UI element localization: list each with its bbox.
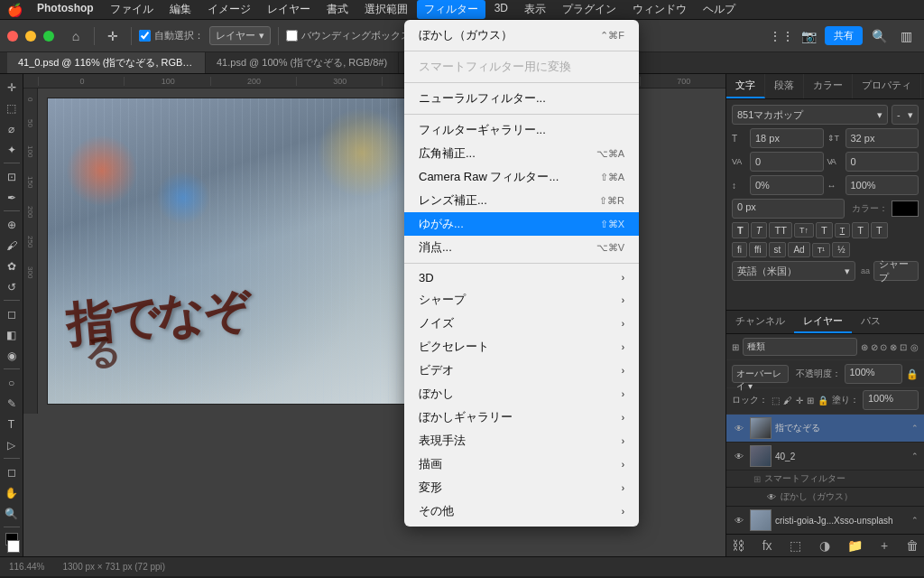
style-btn-t8[interactable]: T xyxy=(871,222,888,238)
style-btn-italic[interactable]: T xyxy=(751,222,768,238)
tool-clone[interactable]: ✿ xyxy=(2,256,22,275)
tool-pen[interactable]: ✎ xyxy=(2,394,22,413)
tab-properties[interactable]: プロパティ xyxy=(853,74,921,98)
baseline-input[interactable]: 0 px xyxy=(732,199,845,219)
menubar-file[interactable]: ファイル xyxy=(103,0,161,19)
menu-sharpen[interactable]: シャープ › xyxy=(404,288,639,312)
tab-1[interactable]: 41.psd @ 100% (指でなぞる, RGB/8#) xyxy=(206,52,399,73)
menu-vanishing[interactable]: 消点... ⌥⌘V xyxy=(404,236,639,259)
tab-paragraph[interactable]: 段落 xyxy=(765,74,804,98)
tool-shape[interactable]: ◻ xyxy=(2,462,22,481)
style-btn-bold[interactable]: T xyxy=(732,222,749,238)
auto-select-check[interactable]: 自動選択： xyxy=(139,29,204,42)
camera-icon[interactable]: 📷 xyxy=(798,25,819,47)
tool-lasso[interactable]: ⌀ xyxy=(2,119,22,138)
layer-option-0[interactable]: ⌃ xyxy=(911,424,919,433)
layer-mask-btn[interactable]: ⬚ xyxy=(790,538,801,553)
scale-h-input[interactable]: 100% xyxy=(845,175,919,195)
font-style-dropdown[interactable]: - ▾ xyxy=(892,105,919,125)
menu-3d[interactable]: 3D › xyxy=(404,267,639,288)
menu-blur-gaussian[interactable]: ぼかし（ガウス） ⌃⌘F xyxy=(404,23,639,47)
kerning-input[interactable]: 0 xyxy=(750,152,824,172)
apple-menu[interactable]: 🍎 xyxy=(7,3,23,17)
tool-move[interactable]: ✛ xyxy=(2,78,22,97)
tool-zoom[interactable]: 🔍 xyxy=(2,504,22,523)
menubar-layer[interactable]: レイヤー xyxy=(260,0,318,19)
tool-eraser[interactable]: ◻ xyxy=(2,304,22,323)
menubar-edit[interactable]: 編集 xyxy=(162,0,199,19)
menu-transform[interactable]: 変形 › xyxy=(404,476,639,499)
style-btn-t5[interactable]: T xyxy=(816,222,833,238)
visibility-icon-sub-1[interactable]: 👁 xyxy=(766,489,777,504)
lock-all-icon[interactable]: 🔒 xyxy=(818,396,828,406)
move-tool[interactable]: ✛ xyxy=(102,25,124,47)
menubar-view[interactable]: 表示 xyxy=(517,0,553,19)
link-layers-btn[interactable]: ⛓ xyxy=(732,538,744,553)
opacity-input[interactable]: 100% xyxy=(845,364,903,384)
menu-pixelate[interactable]: ピクセレート › xyxy=(404,335,639,359)
tool-magic-wand[interactable]: ✦ xyxy=(2,140,22,159)
leading-input[interactable]: 32 px xyxy=(845,128,919,148)
scale-v-input[interactable]: 0% xyxy=(750,175,824,195)
tab-paths[interactable]: パス xyxy=(852,311,890,333)
background-color[interactable] xyxy=(7,540,20,553)
fi-btn-half[interactable]: ½ xyxy=(832,242,850,257)
tool-history-brush[interactable]: ↺ xyxy=(2,277,22,296)
fill-input[interactable]: 100% xyxy=(863,390,919,410)
share-button[interactable]: 共有 xyxy=(825,26,863,45)
menu-filter-gallery[interactable]: フィルターギャラリー... xyxy=(404,118,639,142)
menu-other[interactable]: その他 › xyxy=(404,499,639,523)
menu-draw[interactable]: 描画 › xyxy=(404,452,639,476)
tool-eyedropper[interactable]: ✒ xyxy=(2,188,22,207)
search-icon[interactable]: 🔍 xyxy=(868,25,890,47)
home-button[interactable]: ⌂ xyxy=(65,25,87,47)
delete-layer-btn[interactable]: 🗑 xyxy=(906,538,919,553)
tab-character[interactable]: 文字 xyxy=(726,74,765,98)
group-layers-btn[interactable]: 📁 xyxy=(847,538,863,553)
bounding-box-checkbox[interactable] xyxy=(286,30,298,42)
lock-position-icon[interactable]: ✛ xyxy=(796,396,803,406)
visibility-icon-1[interactable]: 👁 xyxy=(732,449,746,463)
minimize-button[interactable] xyxy=(25,31,36,42)
layer-item-0[interactable]: 👁 指でなぞる ⌃ xyxy=(726,415,924,443)
style-btn-tt[interactable]: TT xyxy=(769,222,791,238)
fi-btn-t1[interactable]: T¹ xyxy=(812,243,831,257)
layers-toggle[interactable]: ◎ xyxy=(910,342,919,352)
menu-distort[interactable]: ゆがみ... ⇧⌘X xyxy=(404,212,639,236)
menu-wide-angle[interactable]: 広角補正... ⌥⌘A xyxy=(404,142,639,165)
new-layer-btn[interactable]: + xyxy=(881,538,888,553)
lock-transparent-icon[interactable]: ⬚ xyxy=(772,396,780,406)
style-btn-under[interactable]: T xyxy=(835,223,851,238)
style-btn-t7[interactable]: T xyxy=(852,222,869,238)
fi-btn-ad[interactable]: Ad xyxy=(788,242,809,257)
menu-render[interactable]: 表現手法 › xyxy=(404,429,639,452)
fi-btn-fi[interactable]: fi xyxy=(732,242,747,257)
fi-btn-st[interactable]: st xyxy=(769,242,787,257)
layer-dropdown[interactable]: レイヤー ▾ xyxy=(209,26,271,45)
tool-hand[interactable]: ✋ xyxy=(2,483,22,502)
auto-select-checkbox[interactable] xyxy=(139,30,151,42)
tab-0[interactable]: 41_0.psd @ 116% (指でなぞる, RGB/8#) * xyxy=(7,52,206,73)
menu-neural[interactable]: ニューラルフィルター... xyxy=(404,87,639,110)
tool-type[interactable]: T xyxy=(2,415,22,434)
menubar-image[interactable]: イメージ xyxy=(200,0,258,19)
menu-blur[interactable]: ぼかし › xyxy=(404,382,639,406)
tool-brush[interactable]: 🖌 xyxy=(2,236,22,255)
tool-heal[interactable]: ⊕ xyxy=(2,215,22,234)
grid-icon[interactable]: ⋮⋮ xyxy=(771,25,792,47)
tool-blur[interactable]: ◉ xyxy=(2,346,22,365)
menu-blur-gallery[interactable]: ぼかしギャラリー › xyxy=(404,406,639,429)
layer-option-1[interactable]: ⌃ xyxy=(911,452,919,461)
layer-item-2[interactable]: 👁 cristi-goia-Jg...Xsso-unsplash ⌃ xyxy=(726,507,924,534)
adjustment-layer-btn[interactable]: ◑ xyxy=(819,538,830,553)
menubar-select[interactable]: 選択範囲 xyxy=(357,0,415,19)
font-family-dropdown[interactable]: 851マカポップ ▾ xyxy=(732,105,888,125)
kind-select[interactable]: 種類 xyxy=(743,338,857,356)
tab-channels[interactable]: チャンネル xyxy=(726,311,794,333)
layer-item-1[interactable]: 👁 40_2 ⌃ xyxy=(726,443,924,471)
lock-image-icon[interactable]: 🖌 xyxy=(783,396,792,406)
panels-icon[interactable]: ▥ xyxy=(895,25,917,47)
menubar-window[interactable]: ウィンドウ xyxy=(625,0,694,19)
menu-camera-raw[interactable]: Camera Raw フィルター... ⇧⌘A xyxy=(404,165,639,189)
tab-layers[interactable]: レイヤー xyxy=(794,311,852,333)
